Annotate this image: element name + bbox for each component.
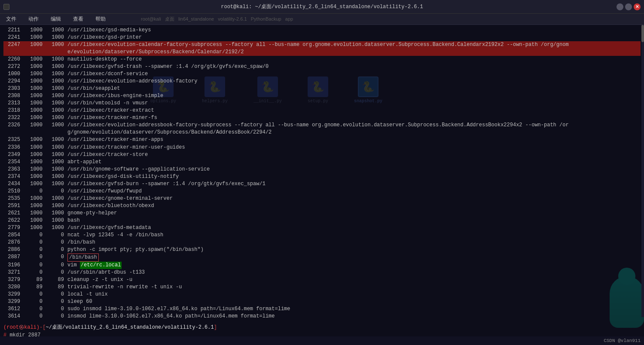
prompt-dash-1: -[ bbox=[40, 324, 46, 332]
process-line-2876: 2876 0 0 /bin/bash bbox=[3, 239, 641, 246]
process-line-2247-cont: e/evolution/dataserver/Subprocess/Backen… bbox=[3, 49, 641, 56]
prompt-hash-1: # bbox=[3, 332, 9, 336]
bg-breadcrumb: root@kali 桌面 lin64_standalone volatility… bbox=[141, 16, 293, 22]
process-line-2535: 2535 1000 1000 /usr/libexec/gnome-termin… bbox=[3, 195, 641, 202]
minimize-button[interactable]: ─ bbox=[617, 3, 623, 10]
title-bar-left bbox=[3, 4, 9, 10]
prompt-user-1: (root bbox=[3, 324, 19, 332]
prompt-at-1: ㉿ bbox=[19, 324, 24, 332]
process-line-2318: 2318 1000 1000 /usr/libexec/tracker-extr… bbox=[3, 107, 641, 114]
process-line-2211: 2211 1000 1000 /usr/libexec/gsd-media-ke… bbox=[3, 27, 641, 34]
prompt-command-1: mkdir 2887 bbox=[9, 332, 40, 336]
process-line-2272: 2272 1000 1000 /usr/libexec/gvfsd-trash … bbox=[3, 63, 641, 70]
process-line-2322: 2322 1000 1000 /usr/libexec/tracker-mine… bbox=[3, 114, 641, 122]
terminal-content[interactable]: 2211 1000 1000 /usr/libexec/gsd-media-ke… bbox=[0, 25, 644, 336]
status-text: CSDN @vlan911 bbox=[604, 338, 641, 343]
process-line-2779: 2779 1000 1000 /usr/libexec/gvfsd-metada… bbox=[3, 224, 641, 232]
process-line-2325: 2325 1000 1000 /usr/libexec/tracker-mine… bbox=[3, 136, 641, 143]
process-line-3612: 3612 0 0 sudo insmod lime-3.10.0-1062.el… bbox=[3, 305, 641, 313]
title-bar: root@kali: ~/桌面/volatility_2.6_lin64_sta… bbox=[0, 0, 644, 14]
prompt-close-1: ] bbox=[214, 324, 217, 332]
process-line-2260: 2260 1000 1000 nautilus-desktop --force bbox=[3, 56, 641, 63]
process-line-2336: 2336 1000 1000 /usr/libexec/tracker-mine… bbox=[3, 144, 641, 151]
process-line-2887: 2887 0 0 /bin/bash bbox=[3, 253, 641, 262]
process-line-2326-cont: g/gnome/evolution/dataserver/Subprocess/… bbox=[3, 129, 641, 136]
prompt-line-1: (root㉿kali)-[~/桌面/volatility_2.6_lin64_s… bbox=[3, 324, 641, 332]
process-line-3280: 3280 89 89 trivial-rewrite -n rewrite -t… bbox=[3, 284, 641, 291]
menu-action[interactable]: 动作 bbox=[26, 15, 41, 24]
status-bar: CSDN @vlan911 bbox=[0, 336, 644, 345]
menu-edit[interactable]: 编辑 bbox=[48, 15, 64, 24]
process-line-3271: 3271 0 0 /usr/sbin/abrt-dbus -t133 bbox=[3, 269, 641, 276]
scrollbar-thumb[interactable] bbox=[641, 25, 644, 42]
process-line-2591: 2591 1000 1000 /usr/libexec/bluetooth/ob… bbox=[3, 202, 641, 210]
terminal-icon bbox=[3, 4, 9, 10]
process-line-2854: 2854 0 0 ncat -lvp 12345 -4 -e /bin/bash bbox=[3, 232, 641, 239]
process-line-2241: 2241 1000 1000 /usr/libexec/gsd-printer bbox=[3, 34, 641, 41]
process-line-2303: 2303 1000 1000 /usr/bin/seapplet bbox=[3, 85, 641, 92]
process-line-3299b: 3299 0 0 sleep 60 bbox=[3, 298, 641, 305]
menu-help[interactable]: 帮助 bbox=[93, 15, 108, 24]
menu-view[interactable]: 查看 bbox=[70, 15, 86, 24]
process-line-2326: 2326 1000 1000 /usr/libexec/evolution-ad… bbox=[3, 122, 641, 129]
process-line-2622: 2622 1000 1000 bash bbox=[3, 217, 641, 224]
prompt-host-1: kali) bbox=[24, 324, 40, 332]
process-line-2276: 1000 1000 1000 /usr/libexec/dconf-servic… bbox=[3, 70, 641, 78]
process-line-2510: 2510 0 0 /usr/libexec/fwupd/fwupd bbox=[3, 188, 641, 195]
process-line-2886: 2886 0 0 python -c import pty; pty.spawn… bbox=[3, 246, 641, 253]
scrollbar[interactable] bbox=[641, 25, 644, 317]
window-title: root@kali: ~/桌面/volatility_2.6_lin64_sta… bbox=[221, 3, 423, 10]
process-line-2363: 2363 1000 1000 /usr/bin/gnome-software -… bbox=[3, 166, 641, 173]
process-line-3279: 3279 89 89 cleanup -z -t unix -u bbox=[3, 276, 641, 284]
window-controls: ─ □ ✕ bbox=[617, 3, 641, 10]
process-line-3196: 3196 0 0 vim /etc/rc.local bbox=[3, 262, 641, 269]
process-line-2308: 2308 1000 1000 /usr/libexec/ibus-engine-… bbox=[3, 92, 641, 100]
process-line-2294: 2294 1000 1000 /usr/libexec/evolution-ad… bbox=[3, 78, 641, 85]
process-line-2374: 2374 1000 1000 /usr/libexec/gsd-disk-uti… bbox=[3, 173, 641, 180]
prompt-cmd-1: # mkdir 2887 bbox=[3, 332, 641, 336]
menu-bar: 文件 动作 编辑 查看 帮助 root@kali 桌面 lin64_standa… bbox=[0, 14, 644, 25]
maximize-button[interactable]: □ bbox=[625, 3, 632, 10]
terminal-window: root@kali: ~/桌面/volatility_2.6_lin64_sta… bbox=[0, 0, 644, 345]
process-line-2349: 2349 1000 1000 /usr/libexec/tracker-stor… bbox=[3, 151, 641, 159]
process-line-2354: 2354 1000 1000 abrt-applet bbox=[3, 159, 641, 166]
process-line-2621: 2621 1000 1000 gnome-pty-helper bbox=[3, 210, 641, 217]
process-line-3299: 3299 0 0 local -t unix bbox=[3, 291, 641, 298]
menu-file[interactable]: 文件 bbox=[3, 15, 19, 24]
prompt-path-1: ~/桌面/volatility_2.6_lin64_standalone/vol… bbox=[46, 324, 214, 332]
process-line-2247: 2247 1000 1000 /usr/libexec/evolution-ca… bbox=[3, 41, 641, 49]
process-line-3614: 3614 0 0 insmod lime-3.10.0-1062.el7.x86… bbox=[3, 313, 641, 320]
process-line-2313: 2313 1000 1000 /usr/bin/vmtoolsd -n vmus… bbox=[3, 100, 641, 107]
close-button[interactable]: ✕ bbox=[634, 3, 641, 10]
process-line-2434: 2434 1000 1000 /usr/libexec/gvfsd-burn -… bbox=[3, 180, 641, 188]
